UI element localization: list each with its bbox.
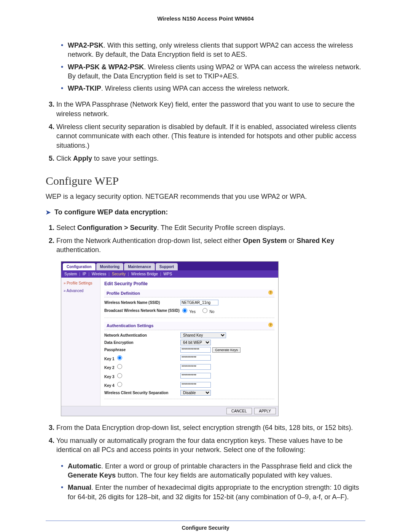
key2-radio[interactable] xyxy=(117,364,122,369)
procedure-list-continued: From the Data Encryption drop-down list,… xyxy=(46,423,365,455)
panel-footer: CANCEL APPLY xyxy=(61,406,278,416)
broadcast-no-radio[interactable] xyxy=(202,308,207,313)
document-page: Wireless N150 Access Point WN604 WPA2-PS… xyxy=(0,0,411,532)
proc-step-2: From the Network Authentication drop-dow… xyxy=(56,236,365,255)
auth-settings-header: Authentication Settings? xyxy=(104,322,274,330)
cancel-button[interactable]: CANCEL xyxy=(226,408,252,414)
generate-keys-button[interactable]: Generate Keys xyxy=(212,347,241,353)
key1-radio[interactable] xyxy=(117,355,122,360)
key2-input[interactable] xyxy=(180,364,211,370)
steps-list-top: In the WPA Passphrase (Network Key) fiel… xyxy=(46,100,365,163)
broadcast-ssid-label: Broadcast Wireless Network Name (SSID) xyxy=(104,308,180,313)
procedure-list: Select Configuration > Security. The Edi… xyxy=(46,223,365,255)
bullet-automatic: Automatic. Enter a word or group of prin… xyxy=(61,462,365,480)
key3-radio[interactable] xyxy=(117,373,122,378)
key3-input[interactable] xyxy=(180,373,211,379)
apply-button[interactable]: APPLY xyxy=(254,408,276,414)
subnav-security[interactable]: Security xyxy=(112,272,126,277)
sidebar-item-profile-settings[interactable]: » Profile Settings xyxy=(64,281,98,286)
page-footer: Configure Security 29 xyxy=(46,525,365,532)
client-separation-select[interactable]: Disable xyxy=(180,390,211,396)
key-entry-bullets: Automatic. Enter a word or group of prin… xyxy=(46,462,365,502)
footer-divider xyxy=(46,521,365,521)
key4-input[interactable] xyxy=(180,382,211,388)
tab-maintenance[interactable]: Maintenance xyxy=(124,263,155,270)
step-3: In the WPA Passphrase (Network Key) fiel… xyxy=(56,100,365,118)
tab-monitoring[interactable]: Monitoring xyxy=(96,263,124,270)
passphrase-input[interactable] xyxy=(180,347,211,353)
bullet-manual: Manual. Enter the number of hexadecimal … xyxy=(61,483,365,502)
sub-nav: System| IP| Wireless| Security| Wireless… xyxy=(61,270,278,278)
key4-radio[interactable] xyxy=(117,382,122,387)
data-encryption-label: Data Encryption xyxy=(104,340,180,345)
help-icon[interactable]: ? xyxy=(268,323,273,327)
broadcast-no-option[interactable]: No xyxy=(201,310,215,314)
data-encryption-select[interactable]: 64 bit WEP xyxy=(180,340,211,345)
subnav-wireless-bridge[interactable]: Wireless Bridge xyxy=(131,272,158,277)
body-block-top: WPA2-PSK. With this setting, only wirele… xyxy=(46,41,365,163)
client-separation-label: Wireless Client Security Separation xyxy=(104,390,180,396)
sidebar-item-advanced[interactable]: » Advanced xyxy=(64,288,98,294)
bullet-wpa-tkip: WPA-TKIP. Wireless clients using WPA can… xyxy=(61,84,365,93)
procedure-heading: ➤To configure WEP data encryption: xyxy=(46,208,365,216)
subnav-wps[interactable]: WPS xyxy=(163,272,172,277)
footer-section-title: Configure Security xyxy=(182,525,229,531)
profile-definition-header: Profile Definition? xyxy=(104,289,274,298)
proc-step-1: Select Configuration > Security. The Edi… xyxy=(56,223,365,232)
main-panel: Edit Security Profile Profile Definition… xyxy=(100,278,278,406)
section-heading-configure-wep: Configure WEP xyxy=(46,174,365,187)
broadcast-yes-option[interactable]: Yes xyxy=(180,310,196,314)
bullet-wpa-wpa2-psk: WPA-PSK & WPA2-PSK. Wireless clients usi… xyxy=(61,62,365,81)
sidebar: » Profile Settings » Advanced xyxy=(61,278,100,406)
subnav-system[interactable]: System xyxy=(64,272,77,277)
wpa-option-bullets: WPA2-PSK. With this setting, only wirele… xyxy=(46,41,365,93)
step-5: Click Apply to save your settings. xyxy=(56,154,365,163)
network-auth-label: Network Authentication xyxy=(104,333,180,338)
key1-input[interactable] xyxy=(180,355,211,361)
page-header: Wireless N150 Access Point WN604 xyxy=(46,15,365,22)
step-4: Wireless client security separation is d… xyxy=(56,122,365,150)
help-icon[interactable]: ? xyxy=(268,290,273,295)
ssid-label: Wireless Network Name (SSID) xyxy=(104,300,180,305)
top-tab-bar: Configuration Monitoring Maintenance Sup… xyxy=(61,262,278,270)
subnav-ip[interactable]: IP xyxy=(83,272,86,277)
bullet-wpa2-psk: WPA2-PSK. With this setting, only wirele… xyxy=(61,41,365,59)
subnav-wireless[interactable]: Wireless xyxy=(92,272,106,277)
ssid-input[interactable] xyxy=(180,300,218,305)
tab-configuration[interactable]: Configuration xyxy=(63,263,96,270)
network-auth-select[interactable]: Shared Key xyxy=(180,332,226,338)
proc-step-4: You manually or automatically program th… xyxy=(56,436,365,455)
section-intro: WEP is a legacy security option. NETGEAR… xyxy=(46,192,365,201)
proc-step-3: From the Data Encryption drop-down list,… xyxy=(56,423,365,432)
chevron-right-icon: ➤ xyxy=(46,209,51,216)
panel-title: Edit Security Profile xyxy=(104,281,274,287)
tab-support[interactable]: Support xyxy=(156,263,178,270)
passphrase-label: Passphrase xyxy=(104,347,180,353)
broadcast-yes-radio[interactable] xyxy=(182,308,187,313)
procedure-body: Select Configuration > Security. The Edi… xyxy=(46,223,365,502)
embedded-ui-screenshot: Configuration Monitoring Maintenance Sup… xyxy=(61,261,279,416)
panel-body: » Profile Settings » Advanced Edit Secur… xyxy=(61,278,278,406)
